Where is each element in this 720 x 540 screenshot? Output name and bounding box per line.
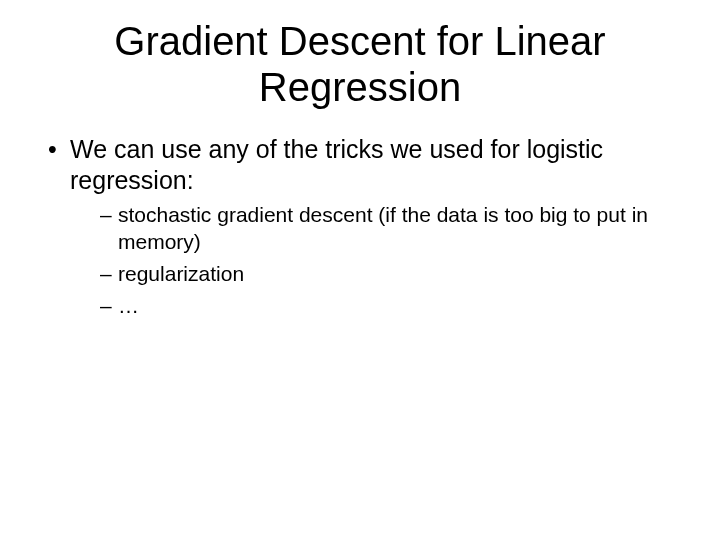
sub-list-item: regularization — [98, 260, 690, 287]
sub-list-item: … — [98, 292, 690, 319]
sub-list-item: stochastic gradient descent (if the data… — [98, 201, 690, 256]
slide: Gradient Descent for Linear Regression W… — [0, 0, 720, 540]
list-item-text: We can use any of the tricks we used for… — [70, 135, 603, 194]
bullet-list-level1: We can use any of the tricks we used for… — [44, 134, 690, 320]
bullet-list-level2: stochastic gradient descent (if the data… — [98, 201, 690, 320]
list-item: We can use any of the tricks we used for… — [44, 134, 690, 320]
slide-title: Gradient Descent for Linear Regression — [30, 18, 690, 110]
